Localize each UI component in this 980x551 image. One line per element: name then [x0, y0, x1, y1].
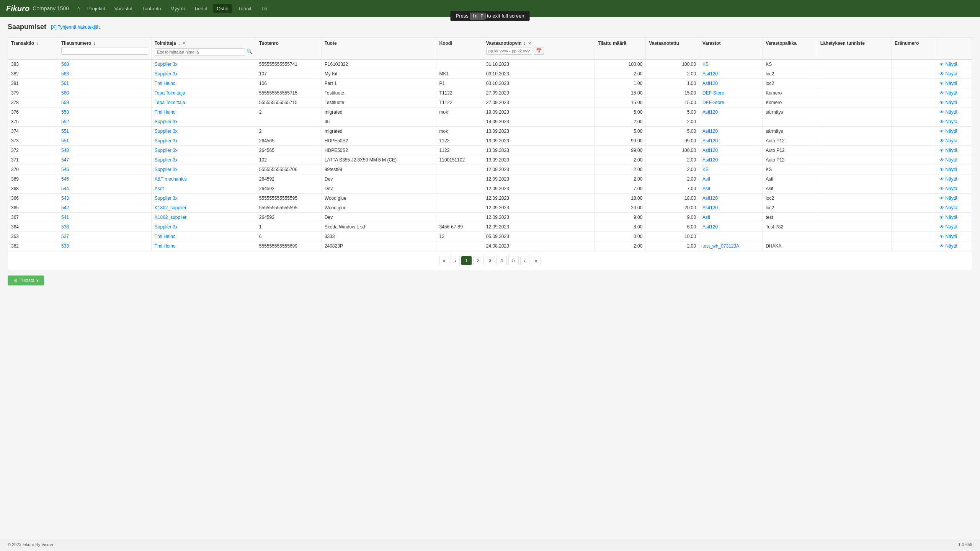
cell-toimittaja[interactable]: Supplier 3x: [151, 59, 256, 69]
clear-toimittaja-btn[interactable]: ✕: [182, 41, 186, 46]
cell-toimittaja[interactable]: Supplier 3x: [151, 194, 256, 203]
cell-view[interactable]: 👁 Näytä: [936, 108, 972, 117]
cell-varastot[interactable]: Asif120: [699, 136, 763, 146]
cell-toimittaja[interactable]: Supplier 3x: [151, 222, 256, 232]
cell-view[interactable]: 👁 Näytä: [936, 203, 972, 213]
view-btn[interactable]: 👁 Näytä: [939, 129, 969, 134]
search-toimittaja-btn[interactable]: 🔍: [247, 49, 253, 54]
cell-toimittaja[interactable]: Tepa Toimittaja: [151, 98, 256, 108]
cell-varastot[interactable]: test_wh_073123A: [699, 241, 763, 251]
cell-tilausnumero[interactable]: 551: [58, 136, 151, 146]
cell-toimittaja[interactable]: Tmi Heino: [151, 232, 256, 241]
date-picker-btn[interactable]: 📅: [534, 47, 544, 55]
cell-view[interactable]: 👁 Näytä: [936, 174, 972, 184]
cell-tilausnumero[interactable]: 553: [58, 108, 151, 117]
cell-toimittaja[interactable]: Supplier 3x: [151, 136, 256, 146]
page-first-btn[interactable]: «: [439, 256, 449, 265]
cell-view[interactable]: 👁 Näytä: [936, 88, 972, 98]
cell-tilausnumero[interactable]: 559: [58, 98, 151, 108]
cell-toimittaja[interactable]: Supplier 3x: [151, 146, 256, 155]
clear-vastaanottopvm-btn[interactable]: ✕: [528, 41, 531, 46]
page-3-btn[interactable]: 3: [485, 256, 495, 265]
nav-tiedot[interactable]: Tiedot: [190, 4, 212, 13]
cell-view[interactable]: 👁 Näytä: [936, 241, 972, 251]
filter-vastaanottopvm-input[interactable]: [486, 47, 532, 55]
cell-view[interactable]: 👁 Näytä: [936, 165, 972, 174]
cell-varastot[interactable]: KS: [699, 165, 763, 174]
cell-view[interactable]: 👁 Näytä: [936, 184, 972, 194]
cell-view[interactable]: 👁 Näytä: [936, 59, 972, 69]
nav-projektit[interactable]: Projektit: [83, 4, 109, 13]
view-btn[interactable]: 👁 Näytä: [939, 109, 969, 115]
cell-varastot[interactable]: Asif120: [699, 79, 763, 88]
clear-filters-link[interactable]: [X] Tyhjennä hakutekijät: [51, 24, 100, 30]
view-btn[interactable]: 👁 Näytä: [939, 167, 969, 172]
view-btn[interactable]: 👁 Näytä: [939, 243, 969, 249]
cell-toimittaja[interactable]: Supplier 3x: [151, 127, 256, 136]
cell-varastot[interactable]: Asif120: [699, 194, 763, 203]
view-btn[interactable]: 👁 Näytä: [939, 224, 969, 230]
cell-view[interactable]: 👁 Näytä: [936, 194, 972, 203]
nav-tili[interactable]: Tili: [257, 4, 271, 13]
view-btn[interactable]: 👁 Näytä: [939, 138, 969, 143]
view-btn[interactable]: 👁 Näytä: [939, 205, 969, 210]
nav-varastot[interactable]: Varastot: [111, 4, 136, 13]
cell-toimittaja[interactable]: Asef: [151, 184, 256, 194]
cell-varastot[interactable]: Asif: [699, 174, 763, 184]
cell-varastot[interactable]: DEF-Store: [699, 88, 763, 98]
cell-view[interactable]: 👁 Näytä: [936, 213, 972, 222]
home-icon[interactable]: ⌂: [77, 5, 80, 12]
cell-tilausnumero[interactable]: 545: [58, 174, 151, 184]
cell-tilausnumero[interactable]: 538: [58, 222, 151, 232]
page-4-btn[interactable]: 4: [497, 256, 507, 265]
cell-tilausnumero[interactable]: 552: [58, 117, 151, 127]
cell-view[interactable]: 👁 Näytä: [936, 79, 972, 88]
cell-toimittaja[interactable]: K1802_supplier: [151, 213, 256, 222]
sort-toimittaja-btn[interactable]: ↕: [177, 41, 181, 46]
cell-tilausnumero[interactable]: 544: [58, 184, 151, 194]
cell-toimittaja[interactable]: Supplier 3x: [151, 155, 256, 165]
cell-view[interactable]: 👁 Näytä: [936, 69, 972, 79]
cell-tilausnumero[interactable]: 543: [58, 194, 151, 203]
nav-tunnit[interactable]: Tunnit: [234, 4, 255, 13]
sort-transaktio-btn[interactable]: ↕: [35, 41, 39, 46]
cell-varastot[interactable]: Asif120: [699, 69, 763, 79]
cell-view[interactable]: 👁 Näytä: [936, 232, 972, 241]
cell-varastot[interactable]: Asif: [699, 213, 763, 222]
cell-toimittaja[interactable]: Tmi Heino: [151, 241, 256, 251]
cell-toimittaja[interactable]: Tmi Heino: [151, 79, 256, 88]
page-next-btn[interactable]: ›: [520, 256, 529, 265]
cell-toimittaja[interactable]: Tepa Toimittaja: [151, 88, 256, 98]
cell-tilausnumero[interactable]: 533: [58, 241, 151, 251]
cell-varastot[interactable]: DEF-Store: [699, 98, 763, 108]
cell-view[interactable]: 👁 Näytä: [936, 117, 972, 127]
cell-tilausnumero[interactable]: 548: [58, 146, 151, 155]
view-btn[interactable]: 👁 Näytä: [939, 100, 969, 105]
cell-varastot[interactable]: Asif120: [699, 146, 763, 155]
view-btn[interactable]: 👁 Näytä: [939, 71, 969, 77]
cell-varastot[interactable]: Asif120: [699, 222, 763, 232]
filter-tilausnumero-input[interactable]: [61, 47, 148, 55]
print-button[interactable]: 🖨 Tulosta ▾: [8, 276, 44, 285]
cell-toimittaja[interactable]: Supplier 3x: [151, 165, 256, 174]
cell-tilausnumero[interactable]: 537: [58, 232, 151, 241]
cell-view[interactable]: 👁 Näytä: [936, 222, 972, 232]
page-last-btn[interactable]: »: [531, 256, 541, 265]
cell-toimittaja[interactable]: Supplier 3x: [151, 69, 256, 79]
cell-view[interactable]: 👁 Näytä: [936, 98, 972, 108]
view-btn[interactable]: 👁 Näytä: [939, 81, 969, 86]
cell-tilausnumero[interactable]: 542: [58, 203, 151, 213]
cell-tilausnumero[interactable]: 568: [58, 59, 151, 69]
cell-varastot[interactable]: Asif120: [699, 203, 763, 213]
cell-view[interactable]: 👁 Näytä: [936, 146, 972, 155]
view-btn[interactable]: 👁 Näytä: [939, 176, 969, 182]
page-prev-btn[interactable]: ‹: [451, 256, 460, 265]
cell-tilausnumero[interactable]: 547: [58, 155, 151, 165]
sort-vastaanottopvm-btn[interactable]: ↕: [523, 41, 527, 46]
cell-toimittaja[interactable]: Supplier 3x: [151, 117, 256, 127]
filter-toimittaja-input[interactable]: [155, 48, 245, 56]
view-btn[interactable]: 👁 Näytä: [939, 215, 969, 220]
cell-tilausnumero[interactable]: 563: [58, 69, 151, 79]
nav-ostot[interactable]: Ostot: [213, 4, 232, 13]
cell-tilausnumero[interactable]: 551: [58, 127, 151, 136]
